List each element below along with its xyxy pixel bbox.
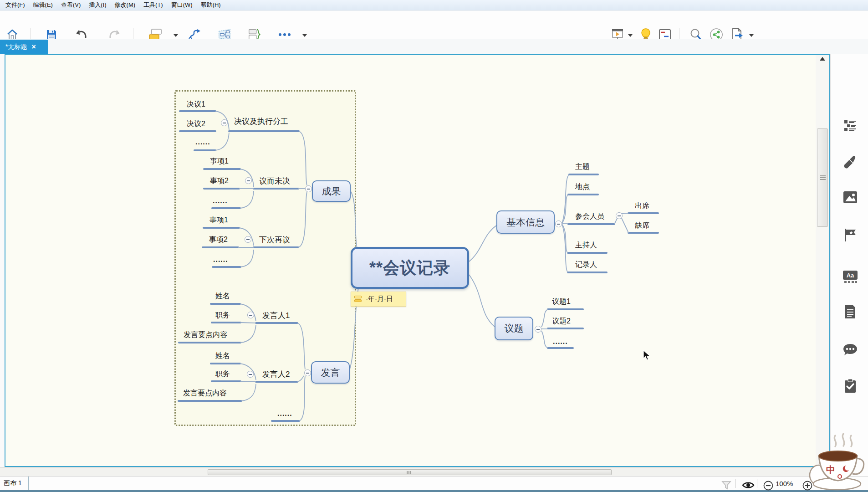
branch-node-chengguo[interactable]: 成果 — [312, 180, 351, 202]
topic-label[interactable]: 职务 — [215, 311, 230, 320]
topic-dropdown-icon[interactable] — [174, 34, 178, 37]
menu-window[interactable]: 窗口(W) — [168, 0, 198, 10]
zoom-out-icon[interactable] — [761, 479, 775, 492]
topic-label[interactable]: 事项1 — [210, 157, 229, 166]
menu-tools[interactable]: 工具(T) — [141, 0, 168, 10]
visibility-icon[interactable] — [741, 478, 755, 492]
vertical-scroll-thumb[interactable] — [817, 128, 828, 227]
collapse-button[interactable] — [247, 312, 254, 318]
topic-label[interactable]: ...... — [213, 197, 228, 205]
topic-label[interactable]: 地点 — [575, 182, 590, 192]
ime-coffee-cup-icon[interactable]: 中 — [809, 432, 868, 492]
zoom-level: 100% — [776, 480, 793, 487]
application-window: 文件(F) 编辑(E) 查看(V) 插入(I) 修改(M) 工具(T) 窗口(W… — [0, 0, 868, 492]
menu-file[interactable]: 文件(F) — [3, 0, 31, 10]
image-icon[interactable] — [842, 190, 858, 205]
note-panel-icon[interactable] — [842, 304, 858, 319]
statusbar-separator — [735, 479, 736, 488]
topic-label[interactable]: 议题2 — [552, 317, 571, 326]
topic-label[interactable]: 参会人员 — [575, 212, 604, 221]
collapse-button[interactable] — [245, 177, 252, 184]
topic-label[interactable]: 姓名 — [215, 351, 230, 361]
status-bar: 画布 1 100% — [0, 476, 868, 492]
toolbar — [0, 10, 868, 39]
branch-node-jiben[interactable]: 基本信息 — [496, 210, 555, 234]
menu-help[interactable]: 帮助(H) — [198, 0, 226, 10]
outline-icon[interactable] — [842, 118, 858, 133]
font-icon[interactable]: Aa — [842, 269, 858, 285]
topic-label[interactable]: 出席 — [635, 201, 649, 211]
topic-label[interactable]: 发言人2 — [262, 369, 290, 379]
topic-label[interactable]: ...... — [195, 138, 210, 146]
canvas-tab-label: 画布 1 — [4, 479, 22, 487]
collapse-button[interactable] — [245, 236, 251, 243]
branch-node-yiti[interactable]: 议题 — [495, 317, 533, 340]
topic-label[interactable]: 发言人1 — [262, 310, 290, 321]
topic-label[interactable]: 议题1 — [552, 297, 571, 307]
collapse-button[interactable] — [247, 371, 254, 378]
topic-label[interactable]: 决议2 — [187, 119, 205, 129]
collapse-button[interactable] — [221, 119, 228, 126]
collapse-button[interactable] — [535, 326, 541, 333]
more-dropdown-icon[interactable] — [302, 34, 307, 37]
right-sidebar: Aa — [830, 54, 868, 476]
topic-label[interactable]: 议而未决 — [259, 176, 290, 186]
statusbar-separator — [757, 479, 757, 488]
topic-label[interactable]: 主题 — [575, 162, 590, 172]
topic-label[interactable]: 决议及执行分工 — [234, 116, 288, 127]
collapse-button[interactable] — [555, 220, 562, 227]
branch-node-fayan[interactable]: 发言 — [311, 361, 350, 384]
menu-edit[interactable]: 编辑(E) — [31, 0, 58, 10]
topic-label[interactable]: 缺席 — [635, 221, 649, 231]
menu-view[interactable]: 查看(V) — [58, 0, 86, 10]
topic-label[interactable]: 事项2 — [209, 235, 228, 245]
vertical-scrollbar[interactable] — [816, 55, 829, 466]
comment-icon[interactable] — [842, 342, 858, 358]
menu-insert[interactable]: 插入(I) — [86, 0, 112, 10]
date-note[interactable]: -年-月-日 — [351, 292, 406, 307]
topic-label[interactable]: ...... — [213, 256, 228, 264]
topic-label[interactable]: 职务 — [215, 369, 230, 379]
note-text: -年-月-日 — [366, 295, 393, 303]
topic-label[interactable]: 记录人 — [575, 260, 597, 270]
task-icon[interactable] — [842, 378, 858, 394]
document-tab-bar: *无标题 × — [0, 39, 868, 54]
note-icon — [354, 296, 362, 302]
collapse-button[interactable] — [616, 212, 623, 219]
topic-label[interactable]: 事项1 — [209, 215, 228, 225]
document-tab[interactable]: *无标题 × — [0, 40, 48, 54]
topic-label[interactable]: 事项2 — [210, 176, 229, 186]
svg-text:中: 中 — [826, 464, 835, 475]
format-brush-icon[interactable] — [842, 154, 858, 170]
svg-text:Aa: Aa — [847, 272, 854, 279]
filter-icon[interactable] — [720, 478, 733, 492]
horizontal-scroll-thumb[interactable] — [208, 469, 612, 475]
flag-marker-icon[interactable] — [842, 227, 858, 243]
tab-close-icon[interactable]: × — [31, 43, 36, 51]
topic-label[interactable]: 发言要点内容 — [184, 330, 227, 340]
topic-label[interactable]: ...... — [277, 410, 292, 418]
menu-bar: 文件(F) 编辑(E) 查看(V) 插入(I) 修改(M) 工具(T) 窗口(W… — [0, 0, 868, 10]
canvas-tab[interactable]: 画布 1 — [0, 477, 29, 490]
collapse-button[interactable] — [305, 185, 312, 192]
presentation-dropdown-icon[interactable] — [628, 34, 633, 37]
topic-label[interactable]: ...... — [553, 338, 568, 346]
export-dropdown-icon[interactable] — [749, 34, 754, 37]
topic-label[interactable]: 主持人 — [575, 241, 597, 250]
document-tab-title: *无标题 — [5, 43, 27, 51]
topic-label[interactable]: 姓名 — [215, 292, 230, 301]
scroll-up-icon[interactable] — [820, 57, 825, 61]
horizontal-scrollbar[interactable] — [0, 467, 868, 476]
topic-label[interactable]: 决议1 — [187, 100, 205, 109]
topic-label[interactable]: 下次再议 — [259, 235, 290, 245]
menu-modify[interactable]: 修改(M) — [112, 0, 141, 10]
topic-label[interactable]: 发言要点内容 — [183, 389, 227, 398]
central-topic[interactable]: **会议记录 — [351, 247, 469, 289]
collapse-button[interactable] — [304, 369, 311, 376]
